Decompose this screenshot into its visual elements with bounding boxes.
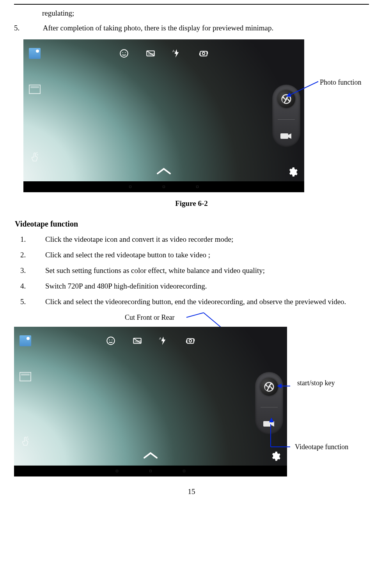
nav-dot	[163, 186, 165, 188]
chevron-up-icon[interactable]	[142, 451, 159, 460]
aspect-ratio-icon[interactable]	[29, 85, 41, 94]
chevron-up-icon[interactable]	[155, 166, 172, 176]
videotape-step-2: 2. Click and select the red videotape bu…	[17, 248, 369, 262]
nav-dot	[196, 186, 199, 188]
shutter-button[interactable]	[260, 378, 278, 396]
figure-6-2-wrap: HDR A	[23, 39, 369, 192]
hdr-icon[interactable]: HDR	[145, 48, 156, 58]
figure-caption: Figure 6-2	[14, 199, 369, 208]
list-item-number: 3.	[20, 264, 26, 278]
videotape-step-3: 3. Set such setting functions as color e…	[17, 264, 369, 278]
camera-top-toolbar: HDR A	[14, 333, 287, 349]
page-top-rule	[14, 4, 369, 5]
flash-auto-icon[interactable]: A	[172, 48, 182, 58]
videotape-step-5: 5. Click and select the videorecording b…	[17, 295, 369, 309]
svg-rect-9	[280, 133, 288, 139]
nav-dot	[149, 470, 152, 472]
body-text-regulating: regulating;	[42, 7, 369, 19]
callout-arrowhead	[269, 417, 274, 426]
nav-dot	[183, 470, 185, 472]
list-item-text: Set such setting functions as color effe…	[45, 266, 265, 275]
videotape-step-4: 4. Switch 720P and 480P high-definition …	[17, 279, 369, 293]
android-nav-bar	[23, 181, 304, 192]
list-item-text: After completion of taking photo, there …	[43, 24, 274, 32]
camera-top-toolbar: HDR A	[23, 46, 304, 61]
aspect-ratio-icon[interactable]	[20, 372, 31, 381]
switch-camera-icon[interactable]	[199, 48, 209, 58]
list-item-text: Click and select the videorecording butt…	[45, 295, 369, 309]
settings-gear-icon[interactable]	[287, 166, 298, 177]
callout-start-stop: start/stop key	[297, 379, 335, 387]
callout-cut-front-rear: Cut Front or Rear	[125, 313, 175, 322]
svg-point-8	[202, 52, 205, 55]
nav-dot	[129, 186, 131, 188]
callout-arrow	[269, 423, 293, 452]
page-number: 15	[14, 487, 369, 496]
svg-text:HDR: HDR	[135, 340, 142, 343]
switch-camera-icon[interactable]	[185, 336, 195, 346]
video-mode-button[interactable]	[280, 131, 293, 141]
android-nav-bar	[14, 466, 287, 476]
hdr-icon[interactable]: HDR	[132, 336, 142, 346]
svg-text:HDR: HDR	[148, 52, 155, 56]
list-item-text: Click the videotape icon and convert it …	[45, 235, 233, 243]
list-item-number: 1.	[20, 232, 26, 246]
svg-text:A: A	[172, 49, 175, 53]
side-panel-divider	[261, 407, 278, 407]
face-icon[interactable]	[119, 48, 129, 58]
section-heading-videotape: Videotape function	[15, 220, 369, 228]
list-item-number: 5.	[30, 22, 41, 34]
callout-arrow	[285, 76, 320, 101]
svg-point-21	[189, 340, 192, 342]
gallery-thumbnail-icon[interactable]	[20, 335, 31, 346]
list-item-number: 4.	[20, 279, 26, 293]
list-item-number: 5.	[20, 295, 26, 309]
svg-point-14	[109, 340, 110, 340]
face-icon[interactable]	[106, 336, 116, 346]
svg-line-10	[287, 81, 318, 96]
callout-videotape-function: Videotape function	[295, 443, 348, 451]
figure-video-wrap: HDR A	[14, 327, 369, 476]
gesture-icon[interactable]	[20, 436, 30, 448]
callout-photo-function: Photo function	[320, 78, 362, 87]
gesture-icon[interactable]	[30, 152, 40, 163]
svg-point-0	[120, 50, 128, 57]
callout-arrow	[276, 381, 292, 390]
list-item-text: Click and select the red videotape butto…	[45, 251, 210, 259]
svg-point-2	[125, 52, 126, 53]
list-item-5: 5. After completion of taking photo, the…	[17, 22, 369, 34]
svg-point-1	[122, 52, 123, 53]
gallery-thumbnail-icon[interactable]	[29, 48, 41, 59]
callout-row-cut: Cut Front or Rear	[14, 311, 369, 327]
camera-app-screenshot-2: HDR A	[14, 327, 287, 476]
list-item-text: Switch 720P and 480P high-definition vid…	[45, 282, 207, 290]
flash-auto-icon[interactable]: A	[159, 336, 169, 346]
svg-point-15	[112, 340, 112, 340]
nav-dot	[116, 470, 118, 472]
side-panel-divider	[278, 119, 295, 120]
videotape-step-1: 1. Click the videotape icon and convert …	[17, 232, 369, 246]
camera-app-screenshot-1: HDR A	[23, 39, 304, 192]
svg-point-13	[107, 337, 115, 345]
svg-text:A: A	[159, 337, 161, 340]
svg-line-11	[186, 313, 204, 317]
settings-gear-icon[interactable]	[270, 451, 281, 462]
list-item-number: 2.	[20, 248, 26, 262]
